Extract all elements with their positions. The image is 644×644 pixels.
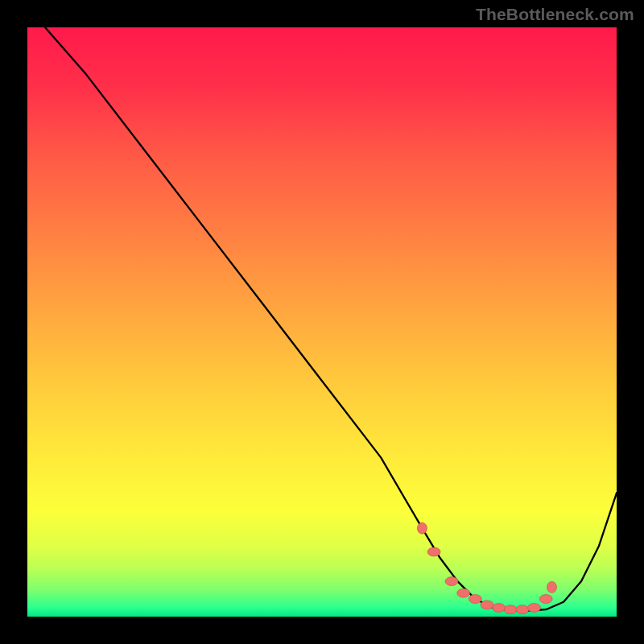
marker-point — [528, 604, 541, 613]
marker-point — [445, 577, 458, 586]
marker-point — [469, 595, 481, 604]
marker-point — [493, 604, 506, 613]
marker-point — [457, 588, 470, 597]
marker-point — [481, 601, 493, 609]
marker-point — [547, 581, 557, 592]
watermark-text: TheBottleneck.com — [476, 5, 634, 24]
marker-point — [539, 595, 552, 604]
chart-curve — [27, 27, 617, 617]
marker-point — [417, 522, 427, 534]
marker-point — [516, 605, 529, 614]
chart-frame: TheBottleneck.com — [0, 0, 644, 644]
marker-point — [427, 547, 440, 556]
plot-area — [27, 27, 617, 617]
marker-point — [504, 605, 517, 614]
